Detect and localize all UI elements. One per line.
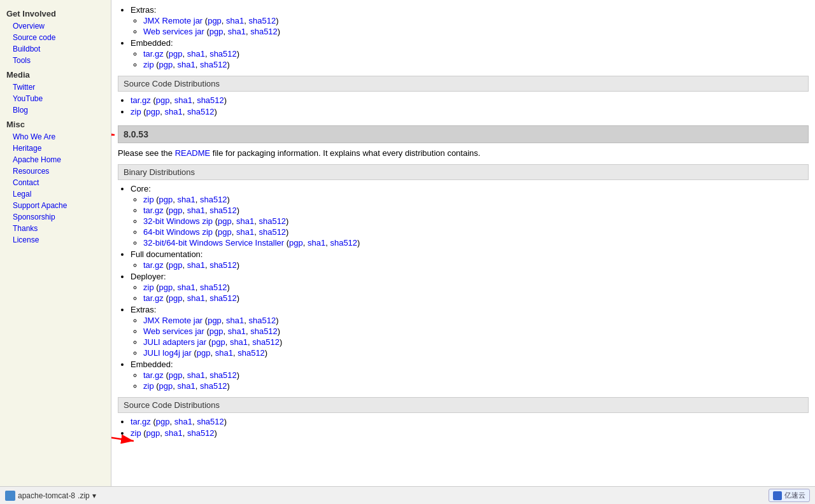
sha1-link[interactable]: sha1 <box>187 370 205 380</box>
sha512-link[interactable]: sha512 <box>330 238 357 248</box>
sha1-link[interactable]: sha1 <box>178 381 195 391</box>
sidebar-apache-home[interactable]: Apache Home <box>0 154 111 165</box>
readme-link[interactable]: README <box>175 148 211 158</box>
pgp-link[interactable]: pgp <box>156 417 170 426</box>
sidebar-heritage[interactable]: Heritage <box>0 143 111 154</box>
sidebar-resources[interactable]: Resources <box>0 165 111 177</box>
sha512-link[interactable]: sha512 <box>209 260 237 270</box>
sha1-link[interactable]: sha1 <box>187 49 205 59</box>
sha1-link[interactable]: sha1 <box>228 27 246 36</box>
sha512-link[interactable]: sha512 <box>250 27 278 36</box>
sha1-link[interactable]: sha1 <box>187 206 205 215</box>
web-services-jar-link[interactable]: Web services jar <box>143 27 204 36</box>
sha1-link[interactable]: sha1 <box>165 428 183 438</box>
sidebar-contact[interactable]: Contact <box>0 177 111 188</box>
pgp-link[interactable]: pgp <box>159 195 173 204</box>
tar-gz-link[interactable]: tar.gz <box>143 206 164 215</box>
sidebar-who-we-are[interactable]: Who We Are <box>0 131 111 143</box>
sha1-link[interactable]: sha1 <box>178 283 195 292</box>
tar-gz-link[interactable]: tar.gz <box>131 95 151 105</box>
sha512-link[interactable]: sha512 <box>200 195 227 204</box>
sha1-link[interactable]: sha1 <box>187 293 205 303</box>
pgp-link[interactable]: pgp <box>169 260 183 270</box>
sidebar-overview[interactable]: Overview <box>0 20 111 32</box>
sha1-link[interactable]: sha1 <box>187 260 205 270</box>
sidebar-tools[interactable]: Tools <box>0 55 111 66</box>
sha1-link[interactable]: sha1 <box>236 216 254 226</box>
zip-link[interactable]: zip <box>143 381 154 391</box>
pgp-link[interactable]: pgp <box>169 293 183 303</box>
pgp-link[interactable]: pgp <box>211 337 225 347</box>
tar-gz-link[interactable]: tar.gz <box>131 417 151 426</box>
zip-link[interactable]: zip <box>131 428 141 438</box>
sha512-link[interactable]: sha512 <box>249 316 276 325</box>
sidebar-youtube[interactable]: YouTube <box>0 93 111 104</box>
sidebar-source-code[interactable]: Source code <box>0 32 111 43</box>
sha1-link[interactable]: sha1 <box>308 238 325 248</box>
zip-link[interactable]: zip <box>143 60 154 69</box>
sha512-link[interactable]: sha512 <box>200 381 227 391</box>
tar-gz-link[interactable]: tar.gz <box>143 49 164 59</box>
sha1-link[interactable]: sha1 <box>236 227 254 237</box>
sha512-link[interactable]: sha512 <box>209 206 237 215</box>
sha512-link[interactable]: sha512 <box>197 417 224 426</box>
32bit-windows-zip-link[interactable]: 32-bit Windows zip <box>143 216 213 226</box>
jmx-remote-jar-link[interactable]: JMX Remote jar <box>143 16 202 25</box>
sidebar-sponsorship[interactable]: Sponsorship <box>0 211 111 223</box>
pgp-link[interactable]: pgp <box>208 316 222 325</box>
sidebar-legal[interactable]: Legal <box>0 188 111 200</box>
bottom-chevron[interactable]: ▾ <box>92 491 96 500</box>
pgp-link[interactable]: pgp <box>208 16 222 25</box>
sha1-link[interactable]: sha1 <box>228 326 246 336</box>
sha1-link[interactable]: sha1 <box>165 107 183 116</box>
pgp-link[interactable]: pgp <box>209 27 223 36</box>
sha1-link[interactable]: sha1 <box>178 195 195 204</box>
64bit-windows-zip-link[interactable]: 64-bit Windows zip <box>143 227 213 237</box>
sha512-link[interactable]: sha512 <box>209 370 237 380</box>
pgp-link[interactable]: pgp <box>289 238 303 248</box>
pgp-link[interactable]: pgp <box>159 283 173 292</box>
sha512-link[interactable]: sha512 <box>259 216 286 226</box>
sha512-link[interactable]: sha512 <box>259 227 286 237</box>
sidebar-blog[interactable]: Blog <box>0 104 111 116</box>
zip-link[interactable]: zip <box>143 195 154 204</box>
pgp-link[interactable]: pgp <box>146 107 160 116</box>
sha1-link[interactable]: sha1 <box>174 95 192 105</box>
tar-gz-link[interactable]: tar.gz <box>143 293 164 303</box>
pgp-link[interactable]: pgp <box>169 206 183 215</box>
zip-link[interactable]: zip <box>143 283 154 292</box>
pgp-link[interactable]: pgp <box>159 60 173 69</box>
sha512-link[interactable]: sha512 <box>200 60 227 69</box>
sha1-link[interactable]: sha1 <box>226 316 244 325</box>
pgp-link[interactable]: pgp <box>159 381 173 391</box>
sha512-link[interactable]: sha512 <box>187 107 215 116</box>
sha1-link[interactable]: sha1 <box>174 417 192 426</box>
pgp-link[interactable]: pgp <box>169 49 183 59</box>
sha512-link[interactable]: sha512 <box>249 16 276 25</box>
tar-gz-link[interactable]: tar.gz <box>143 260 164 270</box>
pgp-link[interactable]: pgp <box>209 326 223 336</box>
sha1-link[interactable]: sha1 <box>226 16 244 25</box>
sha512-link[interactable]: sha512 <box>209 49 237 59</box>
jmx-remote-jar-link[interactable]: JMX Remote jar <box>143 316 202 325</box>
sidebar-thanks[interactable]: Thanks <box>0 223 111 234</box>
sha512-link[interactable]: sha512 <box>197 95 224 105</box>
sha512-link[interactable]: sha512 <box>200 283 227 292</box>
sha1-link[interactable]: sha1 <box>178 60 195 69</box>
pgp-link[interactable]: pgp <box>146 428 160 438</box>
sha512-link[interactable]: sha512 <box>209 293 237 303</box>
pgp-link[interactable]: pgp <box>197 348 211 358</box>
pgp-link[interactable]: pgp <box>156 95 170 105</box>
sha512-link[interactable]: sha512 <box>250 326 278 336</box>
sha1-link[interactable]: sha1 <box>230 337 248 347</box>
pgp-link[interactable]: pgp <box>218 216 232 226</box>
juli-log4j-jar-link[interactable]: JULI log4j jar <box>143 348 192 358</box>
tar-gz-link[interactable]: tar.gz <box>143 370 164 380</box>
sidebar-buildbot[interactable]: Buildbot <box>0 43 111 55</box>
sidebar-support-apache[interactable]: Support Apache <box>0 200 111 211</box>
sha1-link[interactable]: sha1 <box>215 348 233 358</box>
juli-adapters-jar-link[interactable]: JULI adapters jar <box>143 337 206 347</box>
pgp-link[interactable]: pgp <box>218 227 232 237</box>
sidebar-twitter[interactable]: Twitter <box>0 81 111 93</box>
sha512-link[interactable]: sha512 <box>237 348 265 358</box>
